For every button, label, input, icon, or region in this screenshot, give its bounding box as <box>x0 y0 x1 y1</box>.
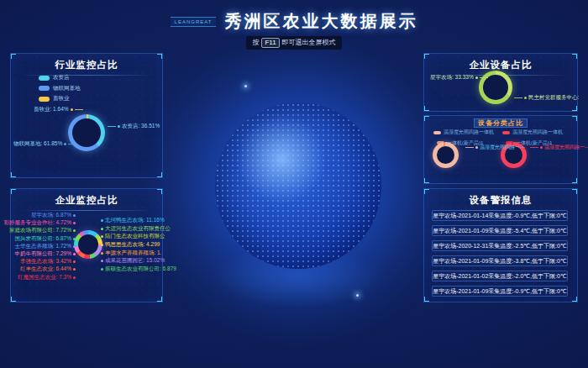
chart-label-text: 李强生态农场: 3.42% <box>20 258 71 265</box>
label-marker-dot <box>73 253 76 255</box>
label-marker-dot <box>101 235 103 238</box>
corner-decoration <box>572 297 578 302</box>
panel-title: 企业监控占比 <box>11 194 162 207</box>
corner-decoration <box>423 115 429 121</box>
title-divider <box>20 210 153 211</box>
label-marker-dot <box>101 244 103 246</box>
legend-swatch <box>433 131 441 134</box>
label-marker-dot <box>101 252 103 255</box>
chart-label-text: 陆门生态农业科技有限公 <box>105 233 165 240</box>
chart-label-text: 鸭思思生态农场: 4.299 <box>105 241 160 249</box>
label-marker-dot <box>73 222 76 224</box>
chart-label: 家庭农场有限公司: 7.72% <box>2 227 76 234</box>
chart-label-text: 红丰生态农业: 6.44% <box>20 265 71 273</box>
label-marker-dot <box>73 214 76 217</box>
label-marker-dot <box>73 268 76 271</box>
label-marker-dot <box>73 229 76 232</box>
corner-decoration <box>157 297 163 302</box>
chart-label: 李强生态农场: 3.42% <box>2 258 76 265</box>
chart-callout: 温湿度光照四路一— <box>465 144 525 151</box>
legend-label: 物联网基地 <box>53 85 81 92</box>
chart-callout: 温湿度光照四路一— <box>530 144 588 151</box>
corner-decoration <box>157 188 163 194</box>
alarm-row: 星宇农场-2021-01-09采集温度:-0.9℃,低于下限:0℃ <box>432 286 568 297</box>
chart-label: 士华生态养殖场: 1.72% <box>2 243 76 250</box>
legend-item[interactable]: 温湿度光照四路一体机 <box>502 129 563 136</box>
chart-label: 中奶牛有限公司: 7.29% <box>2 250 76 258</box>
panel-title: 行业监控占比 <box>11 59 162 71</box>
chart-label: 鸭思思生态农场: 4.299 <box>101 241 168 250</box>
hint-prefix: 按 <box>252 38 259 47</box>
panel-title: 企业设备占比 <box>424 59 577 71</box>
legend-label: 温湿度光照四路一体机 <box>444 129 494 136</box>
chart-label-text: 红魔国生态农业: 7.3% <box>18 274 71 281</box>
corner-decoration <box>10 188 16 194</box>
corner-decoration <box>572 115 578 121</box>
chart-callout: 星宇农场: 33.33% <box>430 74 488 81</box>
corner-decoration <box>423 297 429 302</box>
fullscreen-hint: 按 F11 即可退出全屏模式 <box>246 36 341 50</box>
chart-label-text: 中奶牛有限公司: 7.29% <box>14 250 71 258</box>
panel-title: 设备警报信息 <box>424 194 577 207</box>
chart-label-text: 国兴发有限公司: 6.87% <box>14 235 71 243</box>
corner-decoration <box>572 53 578 59</box>
decor-glow-dot <box>356 294 359 297</box>
chart-label-text: 士华生态养殖场: 1.72% <box>14 243 71 250</box>
category-left-donut-chart[interactable] <box>433 142 459 168</box>
chart-label-text: 大运河生态农业有限责任公 <box>105 225 171 233</box>
alarm-row: 星宇农场-2021-01-09采集温度:-3.8℃,低于下限:0℃ <box>432 255 568 266</box>
category-section-title: 设备分类占比 <box>474 118 528 128</box>
chart-label-text: 成果花苗圃园艺: 15.02% <box>105 257 165 265</box>
legend-swatch <box>502 131 510 134</box>
legend-label: 温湿度光照四路一体机 <box>512 129 563 136</box>
chart-label: 红魔国生态农业: 7.3% <box>2 274 76 281</box>
chart-label-text: 振硕生态农业有限公司: 6.879 <box>105 265 176 273</box>
label-marker-dot <box>101 260 103 262</box>
f11-key-badge: F11 <box>261 38 279 48</box>
chart-label: 红丰生态农业: 6.44% <box>2 265 76 273</box>
chart-label-text: 北珂鸭生态农场: 11.16% <box>105 217 165 224</box>
page-title: 秀洲区农业大数据展示 <box>224 10 417 33</box>
legend-label: 农资店 <box>53 74 70 81</box>
corner-decoration <box>10 297 16 302</box>
legend-item[interactable]: 物联网基地 <box>39 85 81 92</box>
corner-decoration <box>423 53 429 59</box>
industry-legend: 农资店物联网基地畜牧业 <box>39 74 81 103</box>
chart-label: 星宇农场: 6.87% <box>2 212 76 219</box>
corner-decoration <box>157 53 163 59</box>
label-marker-dot <box>73 245 76 248</box>
enterprise-left-labels: 星宇农场: 6.87%彩婷服务专业合作社: 4.72%家庭农场有限公司: 7.7… <box>2 212 76 281</box>
logo-badge: LEANGREAT <box>171 17 217 27</box>
enterprise-donut-chart[interactable] <box>74 230 102 259</box>
corner-decoration <box>572 178 578 184</box>
legend-item[interactable]: 农资店 <box>39 74 81 81</box>
legend-swatch <box>39 86 50 91</box>
legend-item[interactable]: 畜牧业 <box>39 95 81 103</box>
chart-callout: 物联网基地: 61.85% <box>13 140 76 148</box>
chart-label: 振硕生态农业有限公司: 6.879 <box>101 265 168 274</box>
label-marker-dot <box>73 276 76 279</box>
corner-decoration <box>10 172 16 178</box>
corner-decoration <box>157 172 163 178</box>
label-marker-dot <box>73 260 76 263</box>
chart-label: 彩婷服务专业合作社: 4.72% <box>2 219 76 227</box>
enterprise-right-labels: 北珂鸭生态农场: 11.16%大运河生态农业有限责任公陆门生态农业科技有限公鸭思… <box>101 217 168 273</box>
alarm-row: 星宇农场-2021-01-09采集温度:-5.4℃,低于下限:0℃ <box>432 225 568 236</box>
chart-label: 国兴发有限公司: 6.87% <box>2 235 76 243</box>
chart-label-text: 彩婷服务专业合作社: 4.72% <box>3 219 71 227</box>
corner-decoration <box>10 53 16 59</box>
alarm-list: 星宇农场-2021-01-14采集温度:-0.9℃,低于下限:0℃星宇农场-20… <box>432 210 568 301</box>
legend-label: 畜牧业 <box>53 95 70 103</box>
chart-callout: 农资店: 36.51% <box>108 123 160 130</box>
alarm-row: 星宇农场-2021-01-14采集温度:-0.9℃,低于下限:0℃ <box>432 210 568 221</box>
alarm-row: 星宇农场-2021-01-02采集温度:-2.0℃,低于下限:0℃ <box>432 271 568 281</box>
chart-callout: 民主村党群服务中心: <box>514 94 579 102</box>
chart-label-text: 丰源水产养殖养殖场: 1. <box>105 250 162 257</box>
legend-item[interactable]: 温湿度光照四路一体机 <box>433 129 494 136</box>
corner-decoration <box>423 178 429 184</box>
corner-decoration <box>572 106 578 112</box>
label-marker-dot <box>73 238 76 240</box>
corner-decoration <box>423 106 429 112</box>
chart-label: 北珂鸭生态农场: 11.16% <box>101 217 168 225</box>
hint-suffix: 即可退出全屏模式 <box>282 38 336 47</box>
